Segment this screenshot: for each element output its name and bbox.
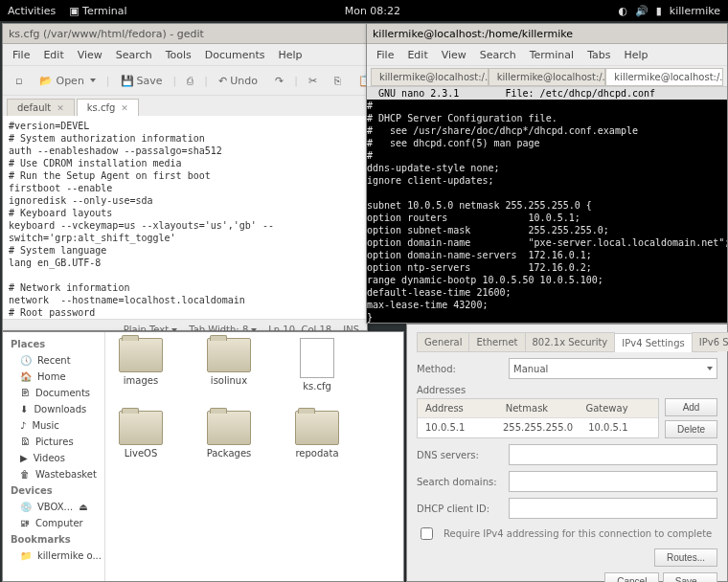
sidebar-item-trash[interactable]: 🗑 Wastebasket [3,466,104,482]
new-file-icon[interactable]: ▫ [9,72,29,90]
dhcp-client-input[interactable] [509,498,717,519]
tab-ethernet[interactable]: Ethernet [468,332,525,351]
addresses-label: Addresses [417,385,717,395]
gedit-titlebar[interactable]: ks.cfg (/var/www/html/fedora) - gedit [3,24,367,44]
dns-label: DNS servers: [417,450,501,460]
activities-button[interactable]: Activities [8,5,56,17]
undo-button[interactable]: ↶ Undo [212,72,264,90]
a11y-icon[interactable]: ◐ [618,5,627,17]
folder-repodata[interactable]: repodata [287,411,347,459]
sidebar-item-pictures[interactable]: 🖻 Pictures [3,434,104,450]
gedit-window: ks.cfg (/var/www/html/fedora) - gedit Fi… [2,23,368,331]
gedit-tabs: default✕ ks.cfg✕ [3,96,367,116]
sidebar-item-music[interactable]: ♪ Music [3,417,104,434]
app-menu[interactable]: ▣ Terminal [69,5,126,17]
table-row[interactable]: 10.0.5.1 255.255.255.0 10.0.5.1 [418,418,658,436]
folder-packages[interactable]: Packages [199,411,259,459]
nm-tabs: General Ethernet 802.1x Security IPv4 Se… [417,332,717,352]
menu-search[interactable]: Search [110,47,158,63]
tab-8021x[interactable]: 802.1x Security [525,332,616,351]
menu-documents[interactable]: Documents [199,47,271,63]
search-domains-input[interactable] [509,471,717,492]
volume-icon[interactable]: 🔊 [635,5,648,17]
folder-images[interactable]: images [111,338,171,392]
menu-tools[interactable]: Tools [160,47,197,63]
search-label: Search domains: [417,477,501,487]
menu-terminal[interactable]: Terminal [524,47,580,63]
addresses-table[interactable]: Address Netmask Gateway 10.0.5.1 255.255… [417,398,659,438]
places-header: Places [3,336,104,352]
menu-help[interactable]: Help [272,47,307,63]
tab-general[interactable]: General [417,332,469,351]
bookmarks-header: Bookmarks [3,531,104,548]
tab-default[interactable]: default✕ [7,99,75,116]
add-button[interactable]: Add [665,398,717,416]
network-settings-window: General Ethernet 802.1x Security IPv4 Se… [406,324,728,582]
terminal-tab[interactable]: killermike@localhost:/...✕ [489,68,606,86]
gedit-editor[interactable]: #version=DEVEL # System authorization in… [3,116,367,319]
col-gateway: Gateway [578,399,658,417]
save-button[interactable]: Save... [663,572,717,582]
menu-view[interactable]: View [72,47,108,63]
sidebar-item-videos[interactable]: ▶ Videos [3,450,104,466]
terminal-tab[interactable]: killermike@localhost:/...✕ [371,68,489,86]
terminal-menubar: File Edit View Search Terminal Tabs Help [367,44,727,66]
menu-edit[interactable]: Edit [401,47,433,63]
user-menu[interactable]: killermike [670,5,720,17]
cancel-button[interactable]: Cancel [604,572,659,582]
routes-button[interactable]: Routes... [654,548,717,567]
require-ipv4-checkbox[interactable] [421,527,433,540]
terminal-tabs: killermike@localhost:/...✕ killermike@lo… [367,66,727,87]
terminal-window: killermike@localhost:/home/killermike Fi… [366,23,728,324]
sidebar-item-bookmark[interactable]: 📁 killermike o... [3,548,104,564]
method-label: Method: [417,364,501,374]
devices-header: Devices [3,482,104,499]
terminal-content[interactable]: GNU nano 2.3.1 File: /etc/dhcp/dhcpd.con… [367,87,727,323]
copy-icon[interactable]: ⎘ [328,72,348,90]
col-address: Address [418,399,498,417]
nano-header: GNU nano 2.3.1 File: /etc/dhcp/dhcpd.con… [367,87,727,100]
sidebar-item-recent[interactable]: 🕔 Recent [3,352,104,369]
delete-button[interactable]: Delete [665,420,717,438]
folder-liveos[interactable]: LiveOS [111,411,171,459]
cut-icon[interactable]: ✂ [302,72,324,90]
tab-ipv6[interactable]: IPv6 Settings [692,332,728,351]
dhcp-label: DHCP client ID: [417,504,501,514]
menu-help[interactable]: Help [619,47,654,63]
sidebar-item-downloads[interactable]: ⬇ Downloads [3,401,104,417]
gnome-topbar: Activities ▣ Terminal Mon 08:22 ◐ 🔊 ▮ ki… [0,0,728,21]
gedit-menubar: File Edit View Search Tools Documents He… [3,44,367,66]
close-icon[interactable]: ✕ [57,103,64,113]
menu-view[interactable]: View [436,47,472,63]
dns-input[interactable] [509,444,717,465]
save-button[interactable]: 💾 Save [114,72,170,90]
menu-tabs[interactable]: Tabs [581,47,616,63]
battery-icon[interactable]: ▮ [656,5,662,17]
sidebar-item-home[interactable]: 🏠 Home [3,369,104,385]
print-icon[interactable]: ⎙ [180,72,200,90]
require-ipv4-label: Require IPv4 addressing for this connect… [444,528,712,539]
terminal-titlebar[interactable]: killermike@localhost:/home/killermike [367,24,727,44]
method-select[interactable]: Manual [509,358,717,379]
menu-edit[interactable]: Edit [37,47,69,63]
redo-icon[interactable]: ↷ [268,72,290,90]
sidebar-item-computer[interactable]: 🖳 Computer [3,515,104,531]
open-button[interactable]: 📂 Open [33,72,102,90]
sidebar-item-vbox[interactable]: 💿 VBOX... ⏏ [3,499,104,515]
file-kscfg[interactable]: ks.cfg [287,338,347,392]
close-icon[interactable]: ✕ [121,103,128,113]
fm-sidebar: Places 🕔 Recent 🏠 Home 🖹 Documents ⬇ Dow… [3,332,105,581]
folder-isolinux[interactable]: isolinux [199,338,259,392]
menu-file[interactable]: File [371,47,399,63]
file-manager-window: Places 🕔 Recent 🏠 Home 🖹 Documents ⬇ Dow… [2,331,404,582]
clock[interactable]: Mon 08:22 [127,5,619,17]
fm-icon-view[interactable]: images isolinux ks.cfg LiveOS Packages r… [105,332,403,581]
menu-file[interactable]: File [7,47,35,63]
tab-ipv4[interactable]: IPv4 Settings [614,333,692,352]
gedit-toolbar: ▫ 📂 Open | 💾 Save | ⎙ | ↶ Undo ↷ | ✂ ⎘ 📋… [3,66,367,96]
terminal-tab[interactable]: killermike@localhost:/...✕ [605,68,723,86]
tab-kscfg[interactable]: ks.cfg✕ [77,99,139,116]
sidebar-item-documents[interactable]: 🖹 Documents [3,385,104,401]
nano-text[interactable]: # # DHCP Server Configuration file. # se… [367,100,727,323]
menu-search[interactable]: Search [474,47,522,63]
